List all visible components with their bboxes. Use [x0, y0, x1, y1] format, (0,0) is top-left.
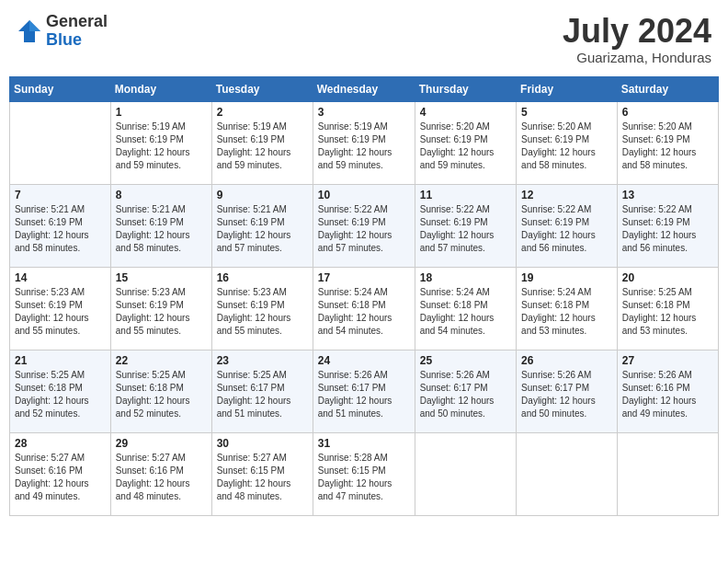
day-cell: 26Sunrise: 5:26 AMSunset: 6:17 PMDayligh…	[517, 350, 618, 432]
day-info: Sunrise: 5:22 AMSunset: 6:19 PMDaylight:…	[521, 203, 612, 255]
col-header-monday: Monday	[110, 76, 211, 101]
day-cell: 23Sunrise: 5:25 AMSunset: 6:17 PMDayligh…	[211, 350, 313, 432]
day-cell	[517, 432, 618, 515]
day-cell: 11Sunrise: 5:22 AMSunset: 6:19 PMDayligh…	[415, 184, 516, 267]
day-cell: 15Sunrise: 5:23 AMSunset: 6:19 PMDayligh…	[110, 267, 211, 350]
day-cell: 12Sunrise: 5:22 AMSunset: 6:19 PMDayligh…	[517, 184, 618, 267]
day-cell: 31Sunrise: 5:28 AMSunset: 6:15 PMDayligh…	[313, 432, 415, 515]
col-header-friday: Friday	[517, 76, 618, 101]
day-number: 25	[420, 354, 511, 367]
col-header-saturday: Saturday	[617, 76, 718, 101]
day-info: Sunrise: 5:20 AMSunset: 6:19 PMDaylight:…	[420, 121, 511, 172]
day-cell: 18Sunrise: 5:24 AMSunset: 6:18 PMDayligh…	[415, 267, 516, 350]
day-number: 21	[15, 354, 106, 367]
day-number: 17	[318, 271, 410, 284]
day-number: 5	[521, 106, 612, 119]
day-cell: 30Sunrise: 5:27 AMSunset: 6:15 PMDayligh…	[211, 432, 313, 515]
day-number: 27	[622, 354, 713, 367]
week-row-3: 14Sunrise: 5:23 AMSunset: 6:19 PMDayligh…	[10, 267, 719, 350]
day-info: Sunrise: 5:24 AMSunset: 6:18 PMDaylight:…	[420, 286, 511, 338]
day-cell: 10Sunrise: 5:22 AMSunset: 6:19 PMDayligh…	[313, 184, 415, 267]
day-info: Sunrise: 5:19 AMSunset: 6:19 PMDaylight:…	[116, 121, 207, 172]
day-number: 13	[622, 189, 713, 201]
day-cell: 13Sunrise: 5:22 AMSunset: 6:19 PMDayligh…	[617, 184, 718, 267]
day-info: Sunrise: 5:23 AMSunset: 6:19 PMDaylight:…	[116, 286, 207, 338]
day-cell	[617, 432, 718, 515]
day-number: 18	[420, 271, 511, 284]
day-number: 30	[217, 437, 308, 450]
day-number: 24	[318, 354, 410, 367]
day-cell: 16Sunrise: 5:23 AMSunset: 6:19 PMDayligh…	[211, 267, 313, 350]
day-number: 1	[116, 106, 207, 119]
day-cell: 27Sunrise: 5:26 AMSunset: 6:16 PMDayligh…	[617, 350, 718, 432]
day-info: Sunrise: 5:27 AMSunset: 6:16 PMDaylight:…	[15, 452, 106, 503]
day-info: Sunrise: 5:21 AMSunset: 6:19 PMDaylight:…	[15, 203, 106, 255]
day-number: 2	[217, 106, 308, 119]
day-number: 9	[217, 189, 308, 201]
day-number: 20	[622, 271, 713, 284]
day-info: Sunrise: 5:25 AMSunset: 6:18 PMDaylight:…	[116, 369, 207, 420]
logo-icon	[17, 18, 42, 44]
day-cell: 7Sunrise: 5:21 AMSunset: 6:19 PMDaylight…	[10, 184, 111, 267]
logo-text: GeneralBlue	[46, 13, 108, 50]
day-info: Sunrise: 5:25 AMSunset: 6:18 PMDaylight:…	[622, 286, 713, 338]
day-number: 16	[217, 271, 308, 284]
day-number: 7	[15, 189, 106, 201]
day-number: 29	[116, 437, 207, 450]
day-cell: 22Sunrise: 5:25 AMSunset: 6:18 PMDayligh…	[110, 350, 211, 432]
week-row-4: 21Sunrise: 5:25 AMSunset: 6:18 PMDayligh…	[10, 350, 719, 432]
col-header-tuesday: Tuesday	[211, 76, 313, 101]
day-info: Sunrise: 5:26 AMSunset: 6:17 PMDaylight:…	[521, 369, 612, 420]
day-number: 6	[622, 106, 713, 119]
day-number: 23	[217, 354, 308, 367]
svg-marker-1	[29, 20, 40, 31]
day-cell: 19Sunrise: 5:24 AMSunset: 6:18 PMDayligh…	[517, 267, 618, 350]
day-info: Sunrise: 5:20 AMSunset: 6:19 PMDaylight:…	[622, 121, 713, 172]
day-number: 19	[521, 271, 612, 284]
day-info: Sunrise: 5:26 AMSunset: 6:16 PMDaylight:…	[622, 369, 713, 420]
location: Guarizama, Honduras	[563, 50, 711, 65]
day-info: Sunrise: 5:25 AMSunset: 6:17 PMDaylight:…	[217, 369, 308, 420]
day-info: Sunrise: 5:27 AMSunset: 6:16 PMDaylight:…	[116, 452, 207, 503]
day-info: Sunrise: 5:28 AMSunset: 6:15 PMDaylight:…	[318, 452, 410, 503]
day-number: 31	[318, 437, 410, 450]
day-cell: 25Sunrise: 5:26 AMSunset: 6:17 PMDayligh…	[415, 350, 516, 432]
day-info: Sunrise: 5:19 AMSunset: 6:19 PMDaylight:…	[217, 121, 308, 172]
day-cell: 5Sunrise: 5:20 AMSunset: 6:19 PMDaylight…	[517, 101, 618, 184]
calendar-table: SundayMondayTuesdayWednesdayThursdayFrid…	[9, 76, 719, 516]
day-cell	[10, 101, 111, 184]
title-block: July 2024 Guarizama, Honduras	[563, 13, 711, 65]
day-cell: 8Sunrise: 5:21 AMSunset: 6:19 PMDaylight…	[110, 184, 211, 267]
day-cell: 1Sunrise: 5:19 AMSunset: 6:19 PMDaylight…	[110, 101, 211, 184]
day-info: Sunrise: 5:27 AMSunset: 6:15 PMDaylight:…	[217, 452, 308, 503]
day-cell: 9Sunrise: 5:21 AMSunset: 6:19 PMDaylight…	[211, 184, 313, 267]
day-info: Sunrise: 5:23 AMSunset: 6:19 PMDaylight:…	[15, 286, 106, 338]
day-number: 14	[15, 271, 106, 284]
day-info: Sunrise: 5:21 AMSunset: 6:19 PMDaylight:…	[217, 203, 308, 255]
day-number: 15	[116, 271, 207, 284]
day-info: Sunrise: 5:22 AMSunset: 6:19 PMDaylight:…	[622, 203, 713, 255]
col-header-wednesday: Wednesday	[313, 76, 415, 101]
day-info: Sunrise: 5:23 AMSunset: 6:19 PMDaylight:…	[217, 286, 308, 338]
day-number: 12	[521, 189, 612, 201]
day-info: Sunrise: 5:26 AMSunset: 6:17 PMDaylight:…	[318, 369, 410, 420]
day-cell: 2Sunrise: 5:19 AMSunset: 6:19 PMDaylight…	[211, 101, 313, 184]
day-info: Sunrise: 5:25 AMSunset: 6:18 PMDaylight:…	[15, 369, 106, 420]
col-header-sunday: Sunday	[10, 76, 111, 101]
col-header-thursday: Thursday	[415, 76, 516, 101]
day-info: Sunrise: 5:20 AMSunset: 6:19 PMDaylight:…	[521, 121, 612, 172]
day-number: 28	[15, 437, 106, 450]
day-number: 4	[420, 106, 511, 119]
day-info: Sunrise: 5:19 AMSunset: 6:19 PMDaylight:…	[318, 121, 410, 172]
week-row-5: 28Sunrise: 5:27 AMSunset: 6:16 PMDayligh…	[10, 432, 719, 515]
header-row: SundayMondayTuesdayWednesdayThursdayFrid…	[10, 76, 719, 101]
day-cell: 14Sunrise: 5:23 AMSunset: 6:19 PMDayligh…	[10, 267, 111, 350]
day-cell: 20Sunrise: 5:25 AMSunset: 6:18 PMDayligh…	[617, 267, 718, 350]
day-number: 3	[318, 106, 410, 119]
day-cell: 29Sunrise: 5:27 AMSunset: 6:16 PMDayligh…	[110, 432, 211, 515]
month-year: July 2024	[563, 13, 711, 50]
day-cell: 17Sunrise: 5:24 AMSunset: 6:18 PMDayligh…	[313, 267, 415, 350]
day-cell	[415, 432, 516, 515]
day-number: 22	[116, 354, 207, 367]
day-cell: 6Sunrise: 5:20 AMSunset: 6:19 PMDaylight…	[617, 101, 718, 184]
